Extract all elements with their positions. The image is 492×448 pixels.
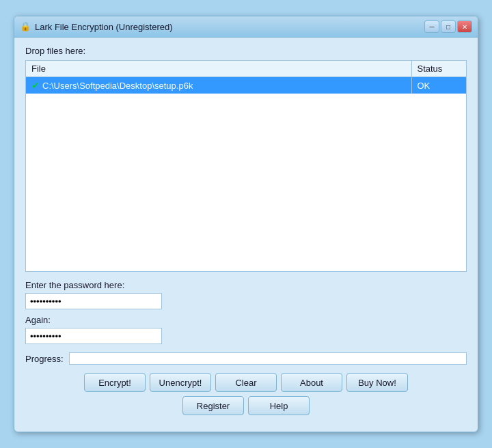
file-path: C:\Users\Softpedia\Desktop\setup.p6k — [42, 81, 193, 91]
application-window: 🔒 Lark File Encryption (Unregistered) ─ … — [14, 16, 478, 432]
file-drop-area[interactable]: File Status ✔ C:\Users\Softpedia\Desktop… — [25, 60, 467, 272]
status-cell: OK — [411, 77, 466, 94]
unencrypt-button[interactable]: Unencrypt! — [150, 373, 211, 392]
check-icon: ✔ — [31, 80, 40, 91]
password-label: Enter the password here: — [25, 280, 467, 290]
minimize-button[interactable]: ─ — [424, 20, 439, 33]
confirm-password-input[interactable] — [25, 328, 162, 344]
buttons-row-1: Encrypt! Unencrypt! Clear About Buy Now! — [25, 373, 467, 392]
title-bar: 🔒 Lark File Encryption (Unregistered) ─ … — [14, 16, 478, 38]
drop-label: Drop files here: — [25, 46, 467, 56]
progress-bar — [69, 352, 467, 365]
table-row[interactable]: ✔ C:\Users\Softpedia\Desktop\setup.p6k O… — [26, 77, 466, 94]
progress-label: Progress: — [25, 354, 64, 364]
close-button[interactable]: ✕ — [457, 20, 472, 33]
progress-section: Progress: — [25, 352, 467, 365]
again-label: Again: — [25, 315, 467, 325]
password-input[interactable] — [25, 293, 162, 309]
buynow-button[interactable]: Buy Now! — [346, 373, 408, 392]
help-button[interactable]: Help — [248, 396, 310, 415]
table-header-row: File Status — [26, 61, 466, 77]
main-content: Drop files here: File Status ✔ C:\User — [14, 38, 478, 432]
window-title: Lark File Encryption (Unregistered) — [35, 22, 173, 32]
buttons-row-2: Register Help — [25, 396, 467, 415]
file-table: File Status ✔ C:\Users\Softpedia\Desktop… — [26, 61, 466, 94]
maximize-button[interactable]: □ — [441, 20, 456, 33]
file-column-header: File — [26, 61, 411, 77]
clear-button[interactable]: Clear — [215, 373, 277, 392]
about-button[interactable]: About — [281, 373, 342, 392]
file-row-content: ✔ C:\Users\Softpedia\Desktop\setup.p6k — [31, 80, 193, 91]
file-cell: ✔ C:\Users\Softpedia\Desktop\setup.p6k — [26, 77, 411, 94]
title-controls: ─ □ ✕ — [424, 20, 472, 33]
title-bar-left: 🔒 Lark File Encryption (Unregistered) — [20, 21, 173, 32]
app-icon: 🔒 — [20, 21, 31, 32]
register-button[interactable]: Register — [182, 396, 244, 415]
status-column-header: Status — [411, 61, 466, 77]
password-section: Enter the password here: Again: — [25, 280, 467, 344]
encrypt-button[interactable]: Encrypt! — [84, 373, 146, 392]
